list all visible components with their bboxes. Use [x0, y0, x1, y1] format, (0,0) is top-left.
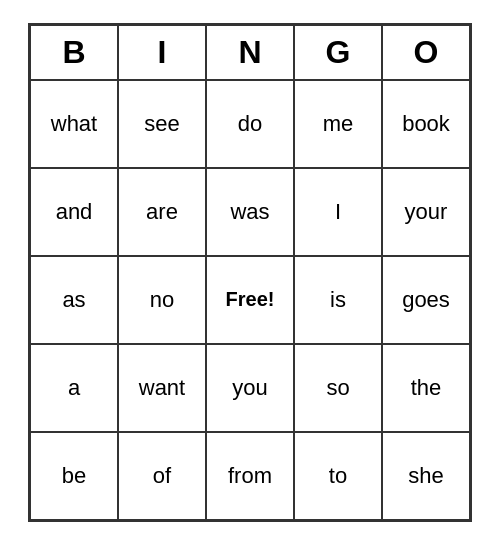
cell-4-1: a	[30, 344, 118, 432]
bingo-header: B I N G O	[30, 25, 470, 80]
cell-1-4: me	[294, 80, 382, 168]
cell-2-2: are	[118, 168, 206, 256]
bingo-row-3: as no Free! is goes	[30, 256, 470, 344]
header-g: G	[294, 25, 382, 80]
cell-3-5: goes	[382, 256, 470, 344]
cell-3-1: as	[30, 256, 118, 344]
cell-4-3: you	[206, 344, 294, 432]
cell-3-2: no	[118, 256, 206, 344]
cell-2-1: and	[30, 168, 118, 256]
cell-1-3: do	[206, 80, 294, 168]
cell-5-4: to	[294, 432, 382, 520]
cell-3-4: is	[294, 256, 382, 344]
cell-2-4: I	[294, 168, 382, 256]
cell-5-1: be	[30, 432, 118, 520]
bingo-row-1: what see do me book	[30, 80, 470, 168]
bingo-row-5: be of from to she	[30, 432, 470, 520]
cell-1-5: book	[382, 80, 470, 168]
cell-3-3-free: Free!	[206, 256, 294, 344]
header-n: N	[206, 25, 294, 80]
cell-5-3: from	[206, 432, 294, 520]
header-b: B	[30, 25, 118, 80]
cell-2-3: was	[206, 168, 294, 256]
bingo-row-2: and are was I your	[30, 168, 470, 256]
cell-1-2: see	[118, 80, 206, 168]
header-i: I	[118, 25, 206, 80]
bingo-row-4: a want you so the	[30, 344, 470, 432]
cell-5-2: of	[118, 432, 206, 520]
bingo-card: B I N G O what see do me book and are wa…	[28, 23, 472, 522]
bingo-grid: what see do me book and are was I your a…	[30, 80, 470, 520]
cell-1-1: what	[30, 80, 118, 168]
cell-4-5: the	[382, 344, 470, 432]
header-o: O	[382, 25, 470, 80]
cell-4-2: want	[118, 344, 206, 432]
cell-2-5: your	[382, 168, 470, 256]
cell-4-4: so	[294, 344, 382, 432]
cell-5-5: she	[382, 432, 470, 520]
